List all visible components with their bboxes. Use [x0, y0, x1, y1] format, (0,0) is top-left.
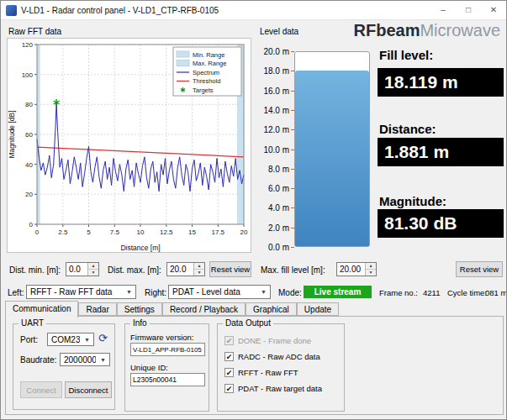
spin-down-icon[interactable]: ▼ [194, 269, 204, 276]
gauge-tickmark [291, 247, 294, 248]
tab-record-playback[interactable]: Record / Playback [162, 302, 246, 316]
svg-text:17.5: 17.5 [212, 228, 225, 236]
output-option-row: ✔DONE - Frame done [224, 333, 341, 349]
gauge-tickmark [291, 188, 294, 189]
spin-down-icon[interactable]: ▼ [366, 269, 376, 276]
gauge-tickmark [291, 228, 294, 228]
checkbox-label: DONE - Frame done [238, 336, 311, 345]
fill-level-value: 18.119 m [378, 68, 504, 97]
rfbeam-logo: RFbeamMicrowave [354, 21, 500, 40]
chevron-down-icon[interactable]: ▼ [97, 354, 109, 365]
maximize-button[interactable]: □ [456, 1, 481, 19]
tab-settings[interactable]: Settings [117, 302, 162, 316]
output-option-row: ✔RADC - Raw ADC data [224, 349, 341, 365]
tab-graphical[interactable]: Graphical [246, 302, 297, 316]
svg-text:120: 120 [22, 41, 34, 49]
svg-text:2.5: 2.5 [58, 228, 68, 236]
frame-no-value: 4211 [423, 288, 440, 297]
max-fill-label: Max. fill level [m]: [261, 265, 325, 275]
svg-text:Max. Range: Max. Range [193, 60, 226, 67]
left-plot-label: Left: [8, 288, 24, 297]
checkbox[interactable]: ✔ [224, 384, 234, 393]
gauge-tick-label: 20.0 m [257, 47, 289, 56]
checkbox-label: RFFT - Raw FFT [238, 368, 298, 377]
disconnect-button[interactable]: Disconnect [65, 381, 112, 398]
right-plot-select[interactable]: PDAT - Level data ▼ [168, 285, 271, 299]
unique-id-label: Unique ID: [130, 363, 168, 372]
gauge-tick-label: 4.0 m [257, 203, 289, 213]
svg-text:12.5: 12.5 [160, 228, 173, 236]
fft-reset-view-button[interactable]: Reset view [209, 261, 251, 277]
port-selected: COM23 [51, 333, 80, 346]
svg-text:Min. Range: Min. Range [193, 51, 224, 59]
frame-no-label: Frame no.: [379, 288, 418, 297]
svg-text:20: 20 [240, 228, 248, 236]
dist-max-label: Dist. max. [m]: [108, 265, 161, 275]
svg-text:0: 0 [35, 228, 40, 236]
port-select[interactable]: COM23 ▼ [47, 333, 94, 346]
right-plot-label: Right: [145, 288, 166, 297]
gauge-tickmark [291, 129, 294, 130]
checkbox-label: PDAT - Raw target data [238, 384, 322, 393]
max-fill-spinner[interactable]: 20.00 ▲▼ [336, 262, 377, 276]
cycle-time-value: 081 ms [485, 288, 507, 297]
refresh-ports-icon[interactable]: ⟳ [98, 332, 108, 345]
gauge-tick-label: 12.0 m [257, 125, 289, 134]
level-reset-view-button[interactable]: Reset view [456, 261, 503, 277]
svg-text:7.5: 7.5 [110, 228, 120, 236]
gauge-bar [294, 51, 370, 247]
distance-label: Distance: [379, 122, 436, 136]
checkbox[interactable]: ✔ [224, 368, 234, 377]
gauge-tick-label: 14.0 m [257, 105, 289, 114]
spin-up-icon[interactable]: ▲ [366, 263, 376, 269]
tab-communication[interactable]: Communication [5, 301, 78, 318]
spin-down-icon[interactable]: ▼ [88, 269, 98, 276]
output-option-row: ✔RFFT - Raw FFT [224, 365, 341, 381]
checkbox[interactable]: ✔ [224, 352, 234, 361]
unique-id-field[interactable]: L2305n00041 [130, 373, 205, 386]
tab-update[interactable]: Update [297, 302, 339, 316]
chevron-down-icon[interactable]: ▼ [81, 333, 93, 345]
fft-section-title: Raw FFT data [8, 27, 61, 36]
svg-text:Magnitude [dB]: Magnitude [dB] [8, 110, 16, 158]
port-label: Port: [20, 335, 38, 344]
baudrate-selected: 2000000 [64, 354, 96, 366]
checkbox: ✔ [224, 336, 234, 345]
fft-chart[interactable]: 02.557.51012.51517.520020406080100120Dis… [7, 38, 251, 253]
svg-text:Spectrum: Spectrum [193, 69, 219, 76]
spin-up-icon[interactable]: ▲ [194, 263, 204, 269]
firmware-version-field[interactable]: V-LD1_APP-RFB-0105 [130, 343, 205, 356]
chevron-down-icon[interactable]: ▼ [123, 286, 135, 298]
close-button[interactable]: ✕ [481, 1, 506, 19]
baudrate-select[interactable]: 2000000 ▼ [60, 353, 110, 366]
dist-max-spinner[interactable]: 20.0 ▲▼ [166, 262, 205, 276]
gauge-tick-label: 10.0 m [257, 144, 289, 154]
dist-min-spinner[interactable]: 0.0 ▲▼ [66, 262, 99, 276]
svg-text:100: 100 [22, 71, 34, 79]
gauge-tick-label: 8.0 m [257, 164, 289, 173]
tab-radar[interactable]: Radar [78, 302, 116, 316]
gauge-tick-label: 16.0 m [257, 86, 289, 95]
connect-button: Connect [20, 381, 62, 398]
gauge-tick-label: 0.0 m [257, 243, 289, 252]
spinner-buttons[interactable]: ▲▼ [193, 263, 204, 276]
chevron-down-icon[interactable]: ▼ [257, 286, 270, 298]
spinner-buttons[interactable]: ▲▼ [87, 263, 98, 276]
svg-text:5: 5 [87, 228, 91, 236]
gauge-tickmark [291, 169, 294, 170]
gauge-tick-label: 18.0 m [257, 66, 289, 76]
gauge-tick-label: 6.0 m [257, 184, 289, 193]
svg-text:Targets: Targets [193, 87, 214, 94]
left-plot-select[interactable]: RFFT - Raw FFT data ▼ [26, 285, 136, 299]
minimize-button[interactable]: – [430, 1, 456, 19]
data-output-group-title: Data Output [223, 318, 273, 328]
spin-up-icon[interactable]: ▲ [88, 263, 98, 269]
fft-plot: 02.557.51012.51517.520020406080100120Dis… [8, 39, 251, 255]
dist-min-value: 0.0 [69, 263, 87, 276]
gauge-tick-label: 2.0 m [257, 223, 289, 232]
communication-tab-panel: UART Port: COM23 ▼ ⟳ Baudrate: 2000000 ▼… [5, 316, 504, 415]
brand-microwave: Microwave [420, 21, 500, 39]
uart-group-title: UART [18, 318, 46, 328]
spinner-buttons[interactable]: ▲▼ [365, 263, 376, 276]
uart-group: UART Port: COM23 ▼ ⟳ Baudrate: 2000000 ▼… [13, 323, 115, 410]
